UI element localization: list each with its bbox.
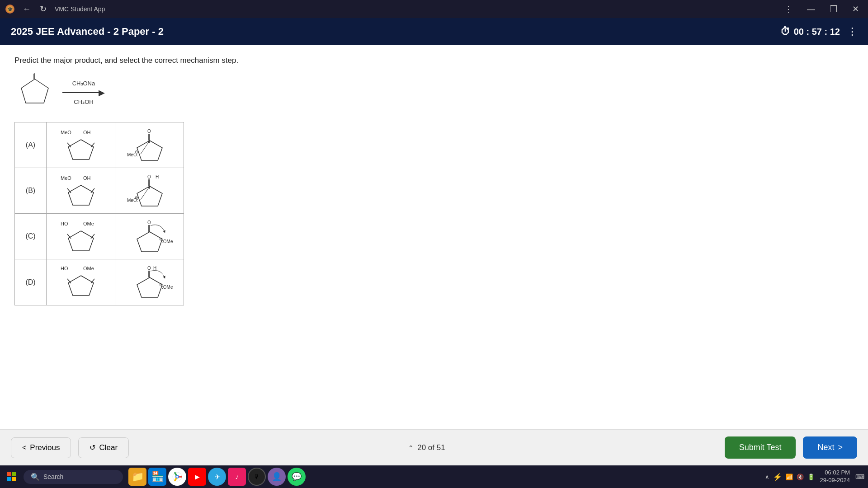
option-row-c: (C) HO OMe O :OMe xyxy=(15,214,184,259)
window-controls: ⋮ — ❐ ✕ xyxy=(781,3,863,15)
nav-right-group: Submit Test Next > xyxy=(725,436,857,459)
youtube-app[interactable]: ▶ xyxy=(188,468,206,486)
svg-text:OMe: OMe xyxy=(83,221,94,226)
cyclopentanone-structure: O xyxy=(14,72,55,113)
search-icon: 🔍 xyxy=(31,473,40,481)
svg-text:HO: HO xyxy=(61,221,68,226)
previous-button[interactable]: < Previous xyxy=(11,437,71,458)
svg-point-53 xyxy=(176,476,178,478)
svg-marker-40 xyxy=(68,276,94,296)
question-text: Predict the major product, and select th… xyxy=(14,56,854,65)
option-a-mechanism-structure: O MeO: ⊖ xyxy=(125,127,175,163)
previous-chevron-icon: < xyxy=(22,444,26,452)
option-a-label: (A) xyxy=(15,122,47,168)
option-d-mechanism[interactable]: O H :OMe ⊖ xyxy=(115,259,184,305)
search-label: Search xyxy=(43,473,63,480)
option-d-label: (D) xyxy=(15,259,47,305)
close-button[interactable]: ✕ xyxy=(849,3,863,15)
option-row-b: (B) MeO OH O H MeO: ⊖ xyxy=(15,168,184,214)
refresh-button[interactable]: ↻ xyxy=(37,3,49,15)
wifi-icon: 📶 xyxy=(786,474,793,480)
svg-text:⊖: ⊖ xyxy=(159,282,163,287)
clear-button[interactable]: ↺ Clear xyxy=(78,437,129,458)
keyboard-icon: ⌨ xyxy=(855,473,864,480)
avatar-app[interactable]: 👤 xyxy=(268,468,286,486)
volume-icon: 🔇 xyxy=(797,474,804,480)
music-app[interactable]: ♪ xyxy=(228,468,246,486)
svg-text:⊖: ⊖ xyxy=(135,195,138,200)
start-button[interactable] xyxy=(4,470,20,483)
option-c-label: (C) xyxy=(15,214,47,259)
chrome-app[interactable] xyxy=(168,468,186,486)
telegram-app[interactable]: ✈ xyxy=(208,468,226,486)
svg-marker-20 xyxy=(137,186,162,206)
svg-text:OMe: OMe xyxy=(83,266,94,271)
minimize-button[interactable]: — xyxy=(803,4,819,15)
svg-text:MeO: MeO xyxy=(61,130,71,135)
svg-text::OMe: :OMe xyxy=(162,239,173,244)
svg-text:HO: HO xyxy=(61,266,68,271)
podcast-app[interactable]: 🎙 xyxy=(248,468,266,486)
window-title: VMC Student App xyxy=(55,5,775,13)
next-button[interactable]: Next > xyxy=(803,436,857,459)
reagent-1: CH₃ONa xyxy=(72,80,95,87)
more-options-button[interactable]: ⋮ xyxy=(781,3,796,15)
option-d-mechanism-structure: O H :OMe ⊖ xyxy=(125,263,175,301)
app-header: 2025 JEE Advanced - 2 Paper - 2 ⏱ 00 : 5… xyxy=(0,18,868,45)
header-right: ⏱ 00 : 57 : 12 ⋮ xyxy=(780,26,857,38)
system-tray: ∧ ⚡ 📶 🔇 🔋 xyxy=(765,473,815,481)
header-menu-button[interactable]: ⋮ xyxy=(847,26,857,38)
option-c-mechanism[interactable]: O :OMe ⊖ xyxy=(115,214,184,259)
next-chevron-icon: > xyxy=(838,443,843,452)
bluetooth-icon: ⚡ xyxy=(773,473,782,481)
taskbar-right: ∧ ⚡ 📶 🔇 🔋 06:02 PM 29-09-2024 ⌨ xyxy=(765,469,865,484)
svg-marker-9 xyxy=(137,141,162,160)
clock-time: 06:02 PM xyxy=(820,469,850,477)
maximize-button[interactable]: ❐ xyxy=(826,3,841,15)
option-b-product[interactable]: MeO OH xyxy=(47,168,115,213)
svg-text:OH: OH xyxy=(83,130,91,135)
answer-options-grid: (A) MeO OH O MeO: xyxy=(14,122,184,305)
page-up-icon: ⌃ xyxy=(408,444,414,451)
submit-test-button[interactable]: Submit Test xyxy=(725,436,796,459)
chrome-icon xyxy=(172,472,182,482)
clear-label: Clear xyxy=(99,443,118,452)
svg-text:O: O xyxy=(147,220,151,225)
option-d-product[interactable]: HO OMe xyxy=(47,259,115,305)
file-explorer-app[interactable]: 📁 xyxy=(128,468,146,486)
option-a-mechanism[interactable]: O MeO: ⊖ xyxy=(115,122,184,168)
clock-date: 29-09-2024 xyxy=(820,477,850,484)
option-c-product-structure: HO OMe xyxy=(58,218,104,254)
back-button[interactable]: ← xyxy=(20,4,33,15)
option-b-mechanism-structure: O H MeO: ⊖ xyxy=(125,173,175,209)
windows-icon xyxy=(7,472,16,481)
svg-marker-32 xyxy=(137,232,162,252)
option-c-product[interactable]: HO OMe xyxy=(47,214,115,259)
reaction-display: O CH₃ONa ▶ CH₃OH xyxy=(14,72,854,113)
submit-label: Submit Test xyxy=(739,443,782,452)
whatsapp-app[interactable]: 💬 xyxy=(288,468,306,486)
option-row-d: (D) HO OMe O H xyxy=(15,259,184,305)
microsoft-store-app[interactable]: 🏪 xyxy=(148,468,166,486)
app-favicon: 🎓 xyxy=(5,5,14,14)
chevron-up-icon[interactable]: ∧ xyxy=(765,474,769,480)
option-b-label: (B) xyxy=(15,168,47,213)
option-b-mechanism[interactable]: O H MeO: ⊖ xyxy=(115,168,184,213)
timer-display: ⏱ 00 : 57 : 12 xyxy=(780,26,840,38)
page-indicator: ⌃ 20 of 51 xyxy=(408,443,445,452)
taskbar: 🔍 Search 📁 🏪 ▶ ✈ ♪ 🎙 xyxy=(0,465,868,488)
svg-text:MeO: MeO xyxy=(61,175,71,181)
nav-left-group: < Previous ↺ Clear xyxy=(11,437,129,458)
svg-text:H: H xyxy=(153,266,156,271)
taskbar-search-box[interactable]: 🔍 Search xyxy=(24,470,123,484)
battery-icon: 🔋 xyxy=(807,474,815,480)
svg-text:O: O xyxy=(33,72,38,73)
option-a-product-structure: MeO OH xyxy=(58,127,104,163)
option-d-product-structure: HO OMe xyxy=(58,263,104,301)
svg-marker-0 xyxy=(21,79,48,103)
bottom-navigation: < Previous ↺ Clear ⌃ 20 of 51 Submit Tes… xyxy=(0,429,868,465)
option-a-product[interactable]: MeO OH xyxy=(47,122,115,168)
title-bar: 🎓 ← ↻ VMC Student App ⋮ — ❐ ✕ xyxy=(0,0,868,18)
svg-text:O: O xyxy=(147,266,151,271)
clear-icon: ↺ xyxy=(90,443,95,452)
